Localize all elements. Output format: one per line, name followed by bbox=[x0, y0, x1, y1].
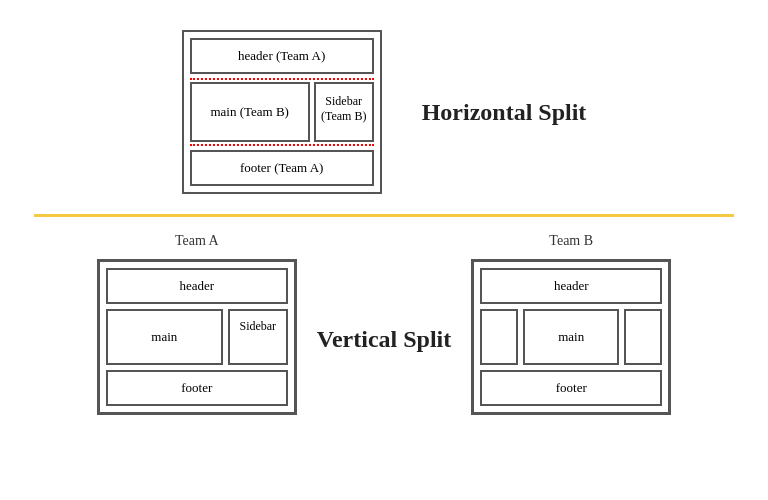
team-b-middle: main bbox=[480, 309, 662, 365]
team-a-main-label: main bbox=[151, 329, 177, 344]
vertical-split-label: Vertical Split bbox=[307, 326, 461, 353]
team-b-header-label: header bbox=[554, 278, 589, 293]
h-header-box: header (Team A) bbox=[190, 38, 374, 74]
team-a-label: Team A bbox=[175, 233, 219, 249]
h-dotted-bottom bbox=[190, 144, 374, 146]
vertical-split-section: Team A header main Sidebar footer Vertic… bbox=[0, 233, 768, 415]
h-middle-row: main (Team B) Sidebar (Team B) bbox=[190, 82, 374, 142]
team-a-header-box: header bbox=[106, 268, 288, 304]
h-header-label: header (Team A) bbox=[238, 48, 325, 63]
team-b-header-box: header bbox=[480, 268, 662, 304]
team-b-left-box bbox=[480, 309, 518, 365]
team-b-main-box: main bbox=[523, 309, 619, 365]
team-a-footer-box: footer bbox=[106, 370, 288, 406]
section-divider bbox=[34, 214, 734, 217]
team-a-block: Team A header main Sidebar footer bbox=[97, 233, 297, 415]
team-b-label: Team B bbox=[549, 233, 593, 249]
horizontal-split-section: header (Team A) main (Team B) Sidebar (T… bbox=[0, 0, 768, 214]
team-a-sidebar-label: Sidebar bbox=[239, 319, 276, 333]
team-a-diagram: header main Sidebar footer bbox=[97, 259, 297, 415]
h-main-box: main (Team B) bbox=[190, 82, 310, 142]
team-b-right-box bbox=[624, 309, 662, 365]
team-a-sidebar-box: Sidebar bbox=[228, 309, 288, 365]
h-dotted-top bbox=[190, 78, 374, 80]
team-a-main-box: main bbox=[106, 309, 223, 365]
h-footer-box: footer (Team A) bbox=[190, 150, 374, 186]
h-footer-label: footer (Team A) bbox=[240, 160, 324, 175]
team-a-middle: main Sidebar bbox=[106, 309, 288, 365]
team-b-footer-label: footer bbox=[556, 380, 587, 395]
horizontal-diagram: header (Team A) main (Team B) Sidebar (T… bbox=[182, 30, 382, 194]
h-sidebar-label: Sidebar (Team B) bbox=[321, 94, 366, 123]
h-main-label: main (Team B) bbox=[210, 104, 289, 119]
horizontal-split-label: Horizontal Split bbox=[422, 99, 587, 126]
team-a-header-label: header bbox=[179, 278, 214, 293]
team-b-block: Team B header main footer bbox=[471, 233, 671, 415]
team-b-footer-box: footer bbox=[480, 370, 662, 406]
team-b-diagram: header main footer bbox=[471, 259, 671, 415]
team-b-main-label: main bbox=[558, 329, 584, 344]
team-a-footer-label: footer bbox=[181, 380, 212, 395]
h-sidebar-box: Sidebar (Team B) bbox=[314, 82, 374, 142]
